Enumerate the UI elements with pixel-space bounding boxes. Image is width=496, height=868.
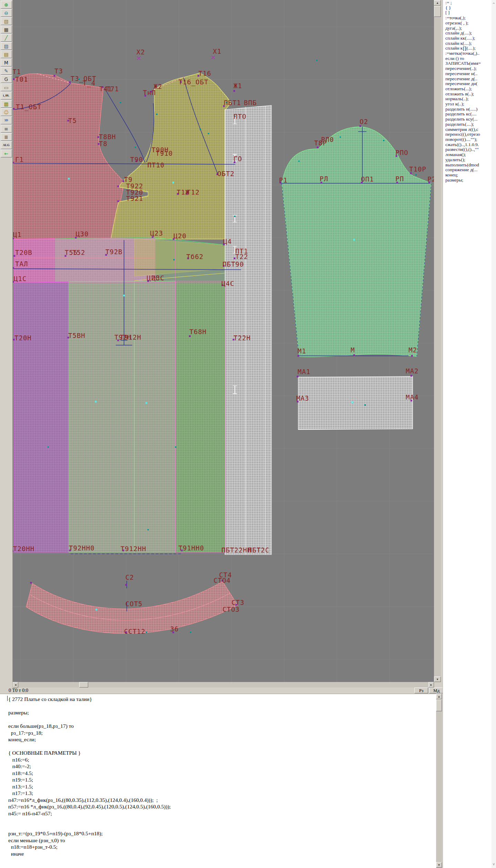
scroll-left-button[interactable]: ◄: [13, 682, 18, 688]
point-label: Т22Н: [234, 334, 251, 342]
3d-icon[interactable]: 3D: [1, 116, 12, 124]
point-label: Ц4: [223, 238, 232, 245]
command-item[interactable]: угол к(..);: [445, 102, 496, 107]
vertical-scroll-thumb[interactable]: [434, 6, 441, 17]
command-item[interactable]: отложить в(..);: [445, 92, 496, 97]
portrait-icon[interactable]: ☺: [1, 108, 12, 116]
command-item[interactable]: развести((),()..,"": [445, 147, 496, 152]
command-item[interactable]: удалить();: [445, 157, 496, 163]
editor-vertical-scrollbar[interactable]: ▲ ▼: [436, 694, 442, 868]
scroll-up-button[interactable]: ▲: [434, 0, 441, 6]
command-item[interactable]: := ;: [445, 0, 496, 6]
command-item[interactable]: дуга(,..);: [445, 26, 496, 31]
i66-icon[interactable]: i_66.: [1, 92, 12, 100]
program-code-text[interactable]: { 2772 Платье со складкой на талии} разм…: [0, 694, 436, 857]
point-label: Ц1С: [14, 275, 27, 282]
command-item[interactable]: сплайн кк(.....);: [445, 36, 496, 41]
editor-scroll-thumb[interactable]: [436, 700, 442, 711]
command-item[interactable]: поворот(()...."");: [445, 137, 496, 142]
command-item[interactable]: пересечение н(..: [445, 71, 496, 76]
piece-skirt-mid[interactable]: [69, 281, 134, 552]
drafting-tools-icon[interactable]: ✎: [1, 67, 12, 75]
point-marker: [234, 216, 236, 217]
point-marker: [316, 60, 318, 61]
piece-skirt-right[interactable]: [176, 281, 225, 552]
command-item[interactable]: нормаль(..);: [445, 96, 496, 102]
canvas-horizontal-scrollbar[interactable]: ◄ ►: [13, 682, 434, 688]
command-item[interactable]: ломаная();: [445, 152, 496, 157]
point-label: ОБТ2: [217, 170, 235, 177]
pattern-piece-icon[interactable]: ▤: [1, 50, 12, 58]
back-arrow-icon[interactable]: ←: [1, 149, 12, 157]
command-item[interactable]: сжать(()..,1.1.0.9.: [445, 142, 496, 147]
text-list-icon[interactable]: ≡: [1, 125, 12, 133]
zoom-out-icon[interactable]: ⊖: [1, 9, 12, 17]
command-item[interactable]: разделить ксу(...: [445, 117, 496, 122]
letter-m-icon[interactable]: M: [1, 59, 12, 66]
cursor-position-status: 0 Т0 т 0:0: [9, 688, 28, 693]
program-code-editor[interactable]: { 2772 Платье со складкой на талии} разм…: [0, 694, 436, 868]
command-item[interactable]: разделить н(.....): [445, 107, 496, 112]
piece-skirt-mid2[interactable]: [134, 281, 176, 552]
command-item[interactable]: сопряжение д(...: [445, 167, 496, 173]
command-item[interactable]: [ ]: [445, 10, 496, 16]
scroll-right-button[interactable]: ►: [428, 682, 434, 688]
command-item[interactable]: отрезок( , );: [445, 21, 496, 26]
command-item[interactable]: сплайн к∏(....);: [445, 46, 496, 51]
point-marker: [13, 267, 14, 269]
command-item[interactable]: ЗАПИСАТЬ(имя=: [445, 61, 496, 66]
panel-scroll-up-icon[interactable]: ^: [492, 2, 496, 7]
command-item[interactable]: если () то: [445, 56, 496, 61]
command-item[interactable]: пересечение(..);: [445, 66, 496, 71]
md-button[interactable]: Мд: [429, 688, 444, 693]
editor-scroll-down-button[interactable]: ▼: [436, 862, 442, 868]
command-item[interactable]: пересечение дн(: [445, 81, 496, 86]
command-item[interactable]: сплайн к(....);: [445, 41, 496, 46]
point-marker: [340, 136, 341, 138]
books-icon[interactable]: ≣: [1, 133, 12, 141]
horizontal-scroll-thumb[interactable]: [79, 682, 88, 688]
grid-icon[interactable]: ▦: [1, 25, 12, 33]
pattern-drawing[interactable]: Т1Т01Т3Т3_ОБТТ_4Т41Т71Т1_ОБТТ5Т8ВНТ8Г1Т9…: [13, 0, 434, 682]
piece-ma-rect[interactable]: [298, 376, 413, 430]
command-item[interactable]: сплайн д(....);: [445, 31, 496, 36]
image-icon[interactable]: ▨: [1, 42, 12, 50]
command-item[interactable]: конец;: [445, 173, 496, 178]
table-icon[interactable]: ▥: [1, 100, 12, 108]
piece-skirt-left[interactable]: [14, 282, 69, 552]
command-item[interactable]: пересечение д(..: [445, 76, 496, 82]
panel-scroll-down-icon[interactable]: v: [492, 862, 496, 866]
drawing-canvas[interactable]: Т1Т01Т3Т3_ОБТТ_4Т41Т71Т1_ОБТТ5Т8ВНТ8Г1Т9…: [13, 0, 434, 682]
command-item[interactable]: симметрия л((),с: [445, 127, 496, 132]
command-item[interactable]: выполнить(dmod: [445, 163, 496, 168]
piece-back-bodice[interactable]: [14, 74, 124, 239]
portrait-icon: ☺: [4, 110, 9, 115]
canvas-vertical-scrollbar[interactable]: ▲ ▼: [434, 0, 441, 682]
point-marker: [13, 162, 14, 164]
point-marker: [13, 108, 15, 110]
command-item[interactable]: { }: [445, 6, 496, 11]
command-item[interactable]: :=точка(,);: [445, 16, 496, 21]
pattern-sheet-icon[interactable]: ▧: [1, 17, 12, 25]
measure-line-icon[interactable]: ╱: [1, 34, 12, 42]
piece-sleeve[interactable]: [282, 127, 431, 357]
point-label: Т20В: [15, 249, 32, 256]
zoom-in-icon[interactable]: ⊕: [1, 1, 12, 9]
editor-scroll-up-button[interactable]: ▲: [436, 694, 442, 699]
point-label: СТО3: [223, 606, 240, 613]
letter-g-icon[interactable]: G: [1, 75, 12, 83]
point-label: Ц3С: [152, 274, 164, 282]
point-marker: [200, 129, 201, 130]
scroll-down-button[interactable]: ▼: [434, 676, 441, 682]
panel-scrollbar[interactable]: ^ v: [492, 0, 496, 868]
command-item[interactable]: перенос((),отрезо: [445, 132, 496, 137]
command-item[interactable]: :=метка(точка(,)..: [445, 51, 496, 56]
point-marker: [135, 147, 136, 148]
command-item[interactable]: разделить кс(....: [445, 112, 496, 117]
rz-button[interactable]: Рз: [414, 688, 428, 693]
command-item[interactable]: разделить(....);: [445, 122, 496, 127]
command-item[interactable]: отложить(...);: [445, 86, 496, 92]
command-item[interactable]: размеры;: [445, 178, 496, 183]
ruler-icon[interactable]: ▭: [1, 83, 12, 91]
alg-icon[interactable]: ALG: [1, 141, 12, 149]
